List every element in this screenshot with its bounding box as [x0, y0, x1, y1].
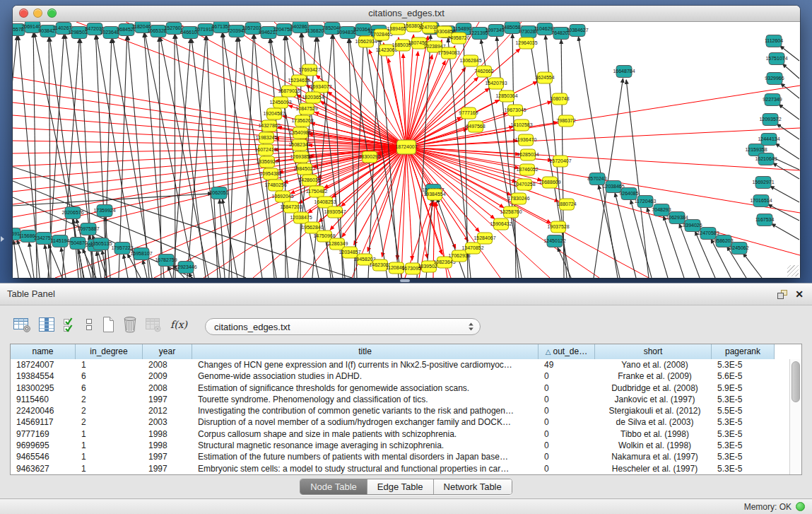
- table-cell: 2012: [143, 405, 192, 416]
- table-body: 1872400712008Changes of HCN gene express…: [11, 359, 790, 474]
- table-selector[interactable]: citations_edges.txt: [205, 318, 481, 335]
- node-label: 16408253: [314, 199, 336, 204]
- panel-expander-icon[interactable]: [1, 236, 4, 242]
- table-cell: 5.9E-5: [712, 382, 775, 394]
- node-label: 18300295: [358, 154, 380, 159]
- table-row[interactable]: 977716911998Corpus callosum shape and si…: [11, 428, 790, 440]
- node-label: 15958107: [130, 251, 152, 256]
- table-row[interactable]: 1872400712008Changes of HCN gene express…: [11, 359, 790, 370]
- network-edge-black: [772, 163, 799, 179]
- traffic-lights: [19, 8, 57, 18]
- table-cell: 2008: [143, 382, 192, 394]
- function-builder-icon[interactable]: f(x): [169, 319, 187, 330]
- table-row[interactable]: 946554611997Estimation of the future num…: [11, 451, 790, 462]
- tab-edge-table[interactable]: Edge Table: [367, 479, 433, 494]
- node-label: 19384554: [423, 192, 445, 197]
- close-panel-icon[interactable]: ✕: [795, 288, 804, 300]
- table-scrollbar[interactable]: [789, 359, 801, 474]
- node-label: 14750968: [313, 233, 335, 238]
- table-cell: 2003: [143, 416, 192, 428]
- network-edge-black: [285, 36, 286, 278]
- node-label: 15420793: [485, 81, 507, 86]
- table-header-row: namein_degreeyeartitle△out_de…shortpager…: [11, 344, 801, 359]
- delete-rows-icon[interactable]: [122, 315, 138, 334]
- table-cell: de Silva et al. (2003): [595, 416, 712, 428]
- node-label: 11750482: [306, 189, 328, 194]
- float-panel-icon[interactable]: [777, 289, 788, 300]
- node-label: 16879035: [278, 88, 300, 93]
- node-label: 16782759: [155, 257, 177, 262]
- toggle-rows-icon[interactable]: [84, 316, 94, 333]
- column-header-year[interactable]: year: [143, 344, 192, 359]
- node-label: 12964035: [515, 40, 537, 45]
- table-row[interactable]: 969969511998Structural magnetic resonanc…: [11, 440, 790, 451]
- node-label: 11423068: [376, 47, 398, 52]
- table-cell: Hescheler et al. (1997): [595, 463, 712, 474]
- splitter-handle[interactable]: [400, 279, 410, 282]
- tab-node-table[interactable]: Node Table: [300, 479, 367, 494]
- close-window-icon[interactable]: [19, 8, 28, 18]
- table-row[interactable]: 1938455462009Genome-wide association stu…: [11, 370, 790, 382]
- minimize-window-icon[interactable]: [33, 8, 42, 18]
- node-label: 14958720: [447, 35, 469, 40]
- node-label: 15751074: [765, 56, 787, 61]
- node-label: 12444134: [758, 136, 779, 141]
- column-header-title[interactable]: title: [192, 344, 539, 359]
- create-table-icon[interactable]: [100, 315, 116, 334]
- network-graph[interactable]: 4055787206914069038421114026751298503484…: [13, 22, 800, 278]
- table-cell: 0: [539, 451, 595, 462]
- node-label: 15906432: [490, 221, 512, 226]
- table-cell: 9699695: [11, 440, 76, 451]
- node-label: 14286035: [298, 177, 320, 182]
- node-label: 19562840: [301, 225, 323, 230]
- network-edge-black: [777, 124, 799, 139]
- table-cell: Tourette syndrome. Phenomenology and cla…: [192, 394, 539, 405]
- show-columns-icon[interactable]: [37, 316, 56, 333]
- network-edge-red: [328, 92, 406, 147]
- network-edge-black: [119, 36, 127, 278]
- column-header-name[interactable]: name: [11, 344, 76, 359]
- table-cell: 9115460: [11, 394, 76, 405]
- node-label: 9227349: [763, 97, 782, 102]
- table-cell: Yano et al. (2008): [595, 359, 712, 370]
- network-edge-black: [145, 33, 194, 278]
- column-header-in-degree[interactable]: in_degree: [76, 344, 143, 359]
- network-window: citations_edges.txt 40557872069140690384…: [13, 6, 800, 278]
- select-all-rows-icon[interactable]: [62, 316, 78, 333]
- node-label: 13062845: [459, 58, 481, 63]
- tab-network-table[interactable]: Network Table: [433, 479, 512, 494]
- table-row[interactable]: 946362711997Embryonic stem cells: a mode…: [11, 463, 790, 474]
- table-cell: 0: [539, 394, 595, 405]
- zoom-window-icon[interactable]: [47, 8, 57, 18]
- table-cell: 18300295: [11, 382, 76, 394]
- table-settings-icon[interactable]: [13, 316, 31, 333]
- node-label: 15082347: [288, 142, 310, 147]
- column-header-out-de-[interactable]: △out_de…: [539, 344, 595, 359]
- table-row[interactable]: 1456911722003Disruption of a novel membe…: [11, 416, 790, 428]
- network-edge-black: [743, 253, 762, 278]
- node-label: 7504870: [68, 240, 87, 245]
- network-canvas[interactable]: 4055787206914069038421114026751298503484…: [13, 22, 800, 278]
- node-label: 16210643: [755, 156, 777, 161]
- table-row[interactable]: 1830029562008Estimation of significance …: [11, 382, 790, 394]
- node-label: 1167534: [755, 217, 775, 222]
- table-cell: 1: [76, 451, 143, 462]
- column-header-pagerank[interactable]: pagerank: [712, 344, 775, 359]
- node-label: 10847529: [295, 106, 317, 111]
- table-row[interactable]: 2242004622012Investigating the contribut…: [11, 405, 790, 416]
- network-edge-black: [775, 144, 799, 159]
- network-edge-black: [97, 252, 101, 278]
- table-row[interactable]: 911546021997Tourette syndrome. Phenomeno…: [11, 394, 790, 405]
- table-cell: 1997: [143, 463, 192, 474]
- window-title: citations_edges.txt: [13, 6, 800, 21]
- table-cell: 2009: [143, 370, 192, 382]
- resize-grip-icon[interactable]: [787, 265, 799, 276]
- network-edge-black: [772, 223, 799, 240]
- table-scrollbar-thumb[interactable]: [792, 361, 800, 402]
- node-label: 11720463: [635, 199, 657, 204]
- column-header-short[interactable]: short: [595, 344, 712, 359]
- table-cell: 0: [539, 382, 595, 394]
- node-label: 16285034: [517, 152, 539, 157]
- table-cell: Structural magnetic resonance image aver…: [192, 440, 539, 451]
- window-titlebar[interactable]: citations_edges.txt: [13, 6, 800, 22]
